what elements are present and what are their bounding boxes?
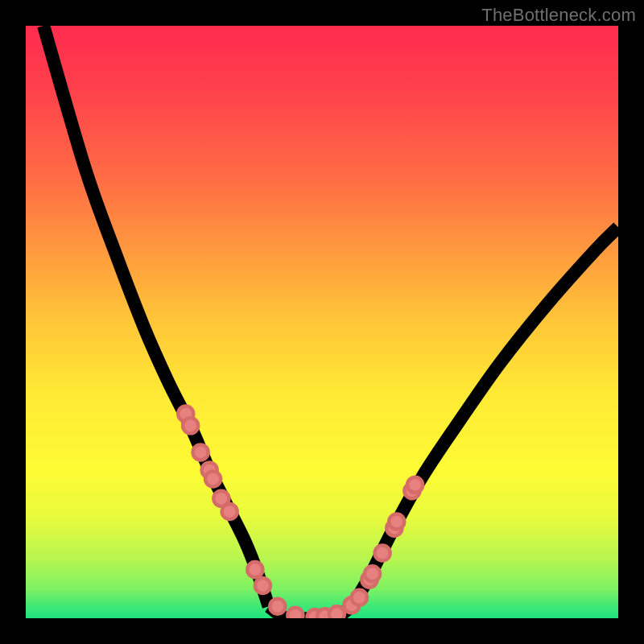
sample-dot xyxy=(222,504,237,519)
sample-dot xyxy=(352,590,367,605)
sample-dot xyxy=(375,545,390,560)
sample-dot xyxy=(255,578,270,593)
sample-dot xyxy=(193,444,208,460)
watermark-text: TheBottleneck.com xyxy=(481,5,636,26)
plot-area xyxy=(26,26,618,618)
sample-dot xyxy=(365,566,380,581)
chart-frame: TheBottleneck.com xyxy=(0,0,644,644)
sample-dot xyxy=(247,562,262,577)
sample-dot xyxy=(205,471,221,486)
sample-dot xyxy=(407,477,423,493)
sample-dot xyxy=(389,514,404,529)
sample-dot xyxy=(183,418,198,433)
sample-dots-group xyxy=(178,407,423,618)
sample-dot xyxy=(287,608,303,618)
chart-overlay xyxy=(26,26,618,618)
sample-dot xyxy=(270,599,285,614)
sample-dot xyxy=(329,606,345,618)
curve-right-branch xyxy=(352,227,618,606)
